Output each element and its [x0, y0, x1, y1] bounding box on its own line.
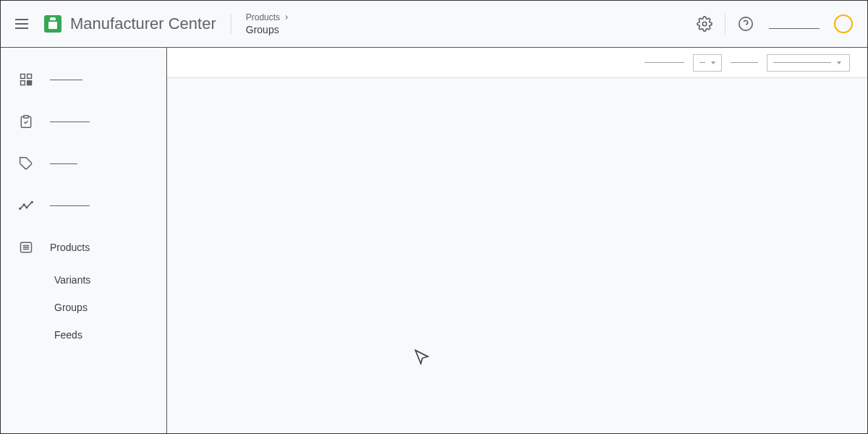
breadcrumb-parent[interactable]: Products: [246, 12, 290, 22]
chevron-down-icon: [711, 61, 715, 64]
chevron-right-icon: [283, 14, 290, 21]
toolbar-select-large[interactable]: [767, 54, 850, 72]
toolbar-select-small[interactable]: [693, 54, 722, 72]
help-button[interactable]: [731, 9, 760, 38]
sidebar-item-label: [50, 122, 90, 122]
menu-icon[interactable]: [15, 15, 33, 33]
breadcrumb: Products Groups: [246, 12, 290, 35]
sidebar-item-chart[interactable]: [1, 191, 166, 220]
clipboard-icon: [18, 114, 34, 129]
svg-point-1: [739, 17, 752, 30]
svg-rect-3: [21, 75, 25, 79]
header: Manufacturer Center Products Groups: [1, 1, 867, 48]
tag-icon: [18, 156, 34, 171]
chart-icon: [18, 197, 34, 213]
header-divider: [231, 14, 231, 34]
list-icon: [18, 239, 34, 255]
settings-button[interactable]: [690, 9, 719, 38]
gear-icon: [697, 16, 712, 32]
help-icon: [738, 16, 754, 32]
app-logo-icon: [44, 15, 61, 33]
avatar[interactable]: [834, 14, 853, 33]
sidebar-item-label: Products: [50, 242, 90, 253]
svg-rect-4: [27, 75, 32, 79]
svg-rect-7: [24, 116, 29, 118]
sidebar-item-dashboard[interactable]: [1, 65, 166, 94]
toolbar: [167, 48, 867, 78]
toolbar-label: [644, 62, 684, 63]
svg-point-12: [31, 202, 33, 203]
app-title: Manufacturer Center: [70, 14, 216, 33]
toolbar-label: [731, 62, 758, 63]
sidebar: Products Variants Groups Feeds: [1, 48, 167, 434]
sidebar-item-clipboard[interactable]: [1, 107, 166, 136]
header-icon-divider: [725, 14, 726, 34]
breadcrumb-current: Groups: [246, 24, 290, 35]
sidebar-item-tag[interactable]: [1, 149, 166, 178]
sidebar-subitem-feeds[interactable]: Feeds: [1, 321, 166, 349]
svg-point-10: [23, 204, 25, 205]
main-content: [167, 48, 867, 434]
sidebar-item-products[interactable]: Products: [1, 233, 166, 262]
cursor-icon: [413, 348, 432, 370]
chevron-down-icon: [837, 61, 841, 64]
dashboard-icon: [18, 72, 34, 88]
sidebar-item-label: [50, 163, 77, 164]
sidebar-item-label: [50, 205, 90, 206]
sidebar-item-label: [50, 80, 82, 80]
sidebar-subitem-variants[interactable]: Variants: [1, 266, 166, 294]
svg-point-0: [702, 22, 707, 26]
svg-rect-5: [21, 81, 25, 85]
sidebar-subitem-groups[interactable]: Groups: [1, 294, 166, 321]
account-name-placeholder: [769, 28, 820, 29]
svg-rect-6: [27, 81, 32, 85]
svg-point-11: [26, 207, 27, 208]
svg-point-9: [20, 208, 21, 210]
